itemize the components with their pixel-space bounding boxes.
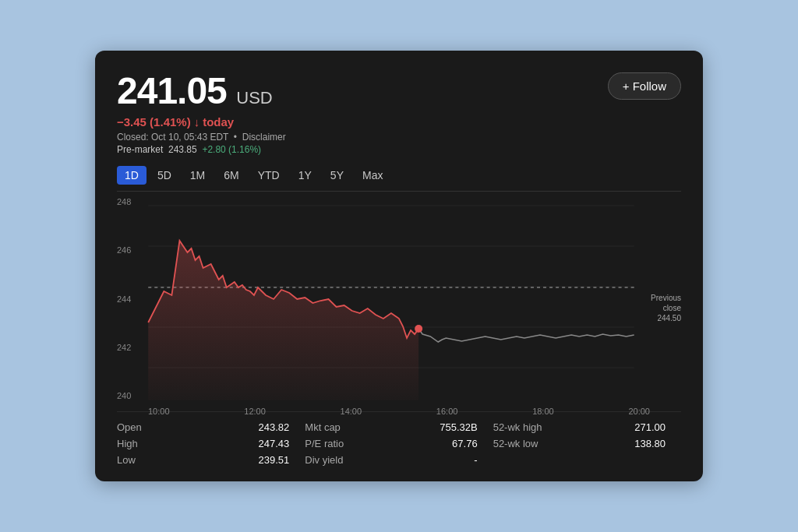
stat-label-pe: P/E ratio [305,438,344,449]
tab-1d[interactable]: 1D [117,166,147,185]
stat-col-3: 52-wk high 271.00 52-wk low 138.80 [493,421,681,466]
chart-area: 248 246 244 242 240 Previousclose 244.50 [117,198,681,400]
header-row: 241.05 USD −3.45 (1.41%) ↓ today Closed:… [117,69,681,155]
stat-label-52wkl: 52-wk low [493,438,538,449]
stat-label-mktcap: Mkt cap [305,421,341,433]
x-label-1600: 16:00 [436,407,458,416]
x-label-2000: 20:00 [628,407,650,416]
premarket-label: Pre-market [117,144,163,155]
down-arrow-icon: ↓ [194,115,200,129]
stat-value-52wkl: 138.80 [634,438,666,449]
stat-label-divyield: Div yield [305,454,343,466]
stat-value-mktcap: 755.32B [440,421,477,433]
change-value: −3.45 (1.41%) [117,115,191,129]
tab-1m[interactable]: 1M [182,166,213,185]
stats-table: Open 243.82 High 247.43 Low 239.51 Mkt c… [117,411,681,466]
stat-divyield: Div yield - [305,454,493,466]
stat-low: Low 239.51 [117,454,305,466]
tab-6m[interactable]: 6M [216,166,246,185]
transition-dot [415,325,422,333]
disclaimer-link[interactable]: Disclaimer [242,132,286,143]
stat-mktcap: Mkt cap 755.32B [305,421,493,433]
stat-open: Open 243.82 [117,421,305,433]
tab-5y[interactable]: 5Y [323,166,351,185]
follow-button[interactable]: + Follow [608,72,681,100]
currency-label: USD [236,88,272,107]
premarket-row: Pre-market 243.85 +2.80 (1.16%) [117,144,286,155]
stat-value-divyield: - [474,454,477,466]
follow-label: + Follow [623,79,666,93]
closed-text: Closed: Oct 10, 05:43 EDT [117,132,228,143]
stat-col-2: Mkt cap 755.32B P/E ratio 67.76 Div yiel… [305,421,493,466]
change-row: −3.45 (1.41%) ↓ today [117,115,286,129]
tab-1y[interactable]: 1Y [291,166,320,185]
stat-label-52wkh: 52-wk high [493,421,542,433]
x-label-1800: 18:00 [532,407,554,416]
stock-card: 241.05 USD −3.45 (1.41%) ↓ today Closed:… [95,51,703,481]
stat-label-high: High [117,438,138,449]
premarket-price: 243.85 [168,144,197,155]
price-value: 241.05 [117,70,227,111]
stat-value-low: 239.51 [259,454,290,466]
x-label-1200: 12:00 [244,407,266,416]
stat-value-pe: 67.76 [452,438,478,449]
stat-label-low: Low [117,454,136,466]
price-display: 241.05 USD [117,69,286,112]
time-tabs: 1D5D1M6MYTD1Y5YMax [117,166,681,192]
stat-52wk-high: 52-wk high 271.00 [493,421,681,433]
x-axis-labels: 10:00 12:00 14:00 16:00 18:00 20:00 [117,403,681,416]
today-label: today [203,115,234,129]
stat-value-high: 247.43 [259,438,290,449]
tab-ytd[interactable]: YTD [250,166,288,185]
premarket-change: +2.80 (1.16%) [202,144,261,155]
prev-close-label: Previousclose 244.50 [631,293,681,323]
stat-pe: P/E ratio 67.76 [305,438,493,449]
stat-col-1: Open 243.82 High 247.43 Low 239.51 [117,421,305,466]
price-section: 241.05 USD −3.45 (1.41%) ↓ today Closed:… [117,69,286,155]
prev-close-value: 244.50 [657,314,681,322]
tab-max[interactable]: Max [355,166,390,185]
meta-row: Closed: Oct 10, 05:43 EDT • Disclaimer [117,132,286,143]
stat-label-open: Open [117,421,142,433]
stat-52wk-low: 52-wk low 138.80 [493,438,681,449]
stat-high: High 247.43 [117,438,305,449]
stat-value-open: 243.82 [259,421,290,433]
stat-value-52wkh: 271.00 [634,421,666,433]
prev-close-text: Previousclose [651,294,681,312]
x-label-1400: 14:00 [341,407,362,416]
x-label-1000: 10:00 [148,407,170,416]
tab-5d[interactable]: 5D [150,166,179,185]
stock-chart [117,198,681,400]
